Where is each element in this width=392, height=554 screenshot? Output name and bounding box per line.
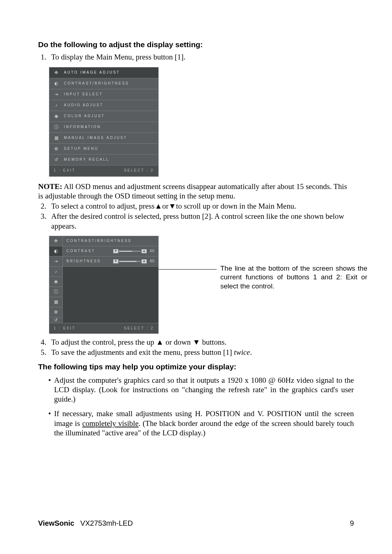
down-arrow-icon: ▼ <box>168 202 176 210</box>
osd-footer-exit: 1 : EXIT <box>54 168 75 173</box>
step-5-text-a: To save the adjustments and exit the men… <box>51 348 234 357</box>
step-2-text-a: To select a control to adjust, press <box>51 202 155 210</box>
control-label: CONTRAST <box>66 249 95 254</box>
osd-item-label: MANUAL IMAGE ADJUST <box>64 136 127 140</box>
osd-control-brightness[interactable]: BRIGHTNESS ▼ ▲ 80 <box>63 257 158 267</box>
osd-control-title-row: CONTRAST/BRIGHTNESS <box>63 236 158 246</box>
contrast-icon: ◐ <box>53 81 60 86</box>
sidebar-icon[interactable]: ↺ <box>49 317 62 323</box>
sidebar-icon[interactable]: ✿ <box>49 307 62 317</box>
footer-brand: ViewSonic VX2753mh-LED <box>38 519 133 528</box>
step-5-twice: twice <box>234 348 250 357</box>
heading-adjust: Do the following to adjust the display s… <box>38 40 354 49</box>
step-4-text-a: To adjust the control, press the up <box>51 338 156 346</box>
increase-button[interactable]: ▲ <box>142 249 147 253</box>
note-text: All OSD menus and adjustment screens dis… <box>38 182 347 200</box>
osd-footer-exit: 1 : EXIT <box>54 326 75 331</box>
input-icon: ⇥ <box>53 92 60 97</box>
sidebar-icon[interactable]: ◉ <box>49 277 62 287</box>
recall-icon: ↺ <box>53 157 60 163</box>
contrast-slider[interactable]: ▼ ▲ 60 <box>113 249 155 254</box>
osd-item-label: AUTO IMAGE ADJUST <box>64 70 120 75</box>
osd-item-information[interactable]: ⓘ INFORMATION <box>49 122 158 133</box>
gear-icon: ✿ <box>53 146 60 152</box>
step-1: To display the Main Menu, press button [… <box>48 52 354 62</box>
osd-item-label: INPUT SELECT <box>64 92 103 97</box>
step-5: To save the adjustments and exit the men… <box>48 348 354 357</box>
step-4-text-b: or down <box>164 338 193 346</box>
sidebar-icon[interactable]: ⇥ <box>49 257 62 267</box>
osd-item-audio-adjust[interactable]: ♪ AUDIO ADJUST <box>49 100 158 111</box>
step-2-text-c: to scroll up or down in the Main Menu. <box>176 202 296 210</box>
osd-control-contrast[interactable]: CONTRAST ▼ ▲ 60 <box>63 246 158 257</box>
osd-item-contrast-brightness[interactable]: ◐ CONTRAST/BRIGHTNESS <box>49 78 158 89</box>
osd-control-title: CONTRAST/BRIGHTNESS <box>66 239 132 243</box>
sidebar-icon[interactable]: ✥ <box>49 236 62 246</box>
audio-icon: ♪ <box>53 103 60 108</box>
osd-item-setup-menu[interactable]: ✿ SETUP MENU <box>49 144 158 155</box>
decrease-button[interactable]: ▼ <box>113 259 118 263</box>
step-2: To select a control to adjust, press▲or▼… <box>48 201 354 211</box>
osd-item-label: MEMORY RECALL <box>64 157 109 162</box>
sidebar-icon[interactable]: ♪ <box>49 267 62 277</box>
sidebar-icon[interactable]: ▦ <box>49 297 62 307</box>
brightness-value: 80 <box>147 259 155 264</box>
step-4-text-c: buttons. <box>200 338 226 346</box>
contrast-value: 60 <box>147 249 155 254</box>
up-arrow-icon: ▲ <box>155 202 162 210</box>
osd-sidebar: ✥ ◐ ⇥ ♪ ◉ ⓘ ▦ ✿ ↺ <box>49 236 63 323</box>
footer-model: VX2753mh-LED <box>80 519 133 527</box>
heading-tips: The following tips may help you optimize… <box>38 362 354 372</box>
note-label: NOTE: <box>38 182 62 191</box>
decrease-button[interactable]: ▼ <box>113 249 118 253</box>
osd-item-label: SETUP MENU <box>64 147 98 151</box>
sidebar-icon[interactable]: ⓘ <box>49 287 62 297</box>
osd-footer-select: SELECT : 2 <box>124 326 154 331</box>
osd-main-menu: ✥ AUTO IMAGE ADJUST ◐ CONTRAST/BRIGHTNES… <box>49 67 159 177</box>
step-4: To adjust the control, press the up ▲ or… <box>48 337 354 347</box>
osd-item-label: INFORMATION <box>64 125 101 130</box>
osd-item-color-adjust[interactable]: ◉ COLOR ADJUST <box>49 111 158 122</box>
callout-line <box>159 269 217 270</box>
control-label: BRIGHTNESS <box>66 259 101 264</box>
tip-1: Adjust the computer's graphics card so t… <box>48 376 354 404</box>
step-2-text-b: or <box>162 202 169 210</box>
osd-item-label: COLOR ADJUST <box>64 114 105 119</box>
osd-control-screen: ✥ ◐ ⇥ ♪ ◉ ⓘ ▦ ✿ ↺ CONTRAST/BRIGHTNESS <box>49 236 159 334</box>
osd-item-memory-recall[interactable]: ↺ MEMORY RECALL <box>49 155 158 165</box>
increase-button[interactable]: ▲ <box>142 259 147 263</box>
osd-item-input-select[interactable]: ⇥ INPUT SELECT <box>49 89 158 100</box>
tip-2: If necessary, make small adjustments usi… <box>48 409 354 438</box>
page-number: 9 <box>350 519 354 528</box>
step-3: After the desired control is selected, p… <box>48 212 354 231</box>
osd-item-label: AUDIO ADJUST <box>64 103 103 108</box>
manual-icon: ▦ <box>53 135 60 141</box>
up-arrow-icon: ▲ <box>156 338 164 346</box>
osd-item-auto-image-adjust[interactable]: ✥ AUTO IMAGE ADJUST <box>49 67 158 78</box>
info-icon: ⓘ <box>53 124 60 130</box>
color-icon: ◉ <box>53 114 60 119</box>
osd-footer: 1 : EXIT SELECT : 2 <box>49 165 158 176</box>
footer-brand-name: ViewSonic <box>38 519 74 527</box>
osd-footer: 1 : EXIT SELECT : 2 <box>49 323 158 333</box>
brightness-slider[interactable]: ▼ ▲ 80 <box>113 259 155 264</box>
osd-item-manual-image-adjust[interactable]: ▦ MANUAL IMAGE ADJUST <box>49 133 158 144</box>
auto-image-icon: ✥ <box>53 70 60 75</box>
sidebar-icon[interactable]: ◐ <box>49 246 62 257</box>
step-5-text-c: . <box>250 348 252 357</box>
note-paragraph: NOTE: All OSD menus and adjustment scree… <box>38 182 354 201</box>
callout-text: The line at the bottom of the screen sho… <box>220 264 367 291</box>
osd-item-label: CONTRAST/BRIGHTNESS <box>64 81 129 86</box>
down-arrow-icon: ▼ <box>193 338 200 346</box>
osd-empty-area <box>63 267 158 323</box>
tip-2-underline: completely visible <box>82 419 138 428</box>
osd-footer-select: SELECT : 2 <box>124 168 154 173</box>
